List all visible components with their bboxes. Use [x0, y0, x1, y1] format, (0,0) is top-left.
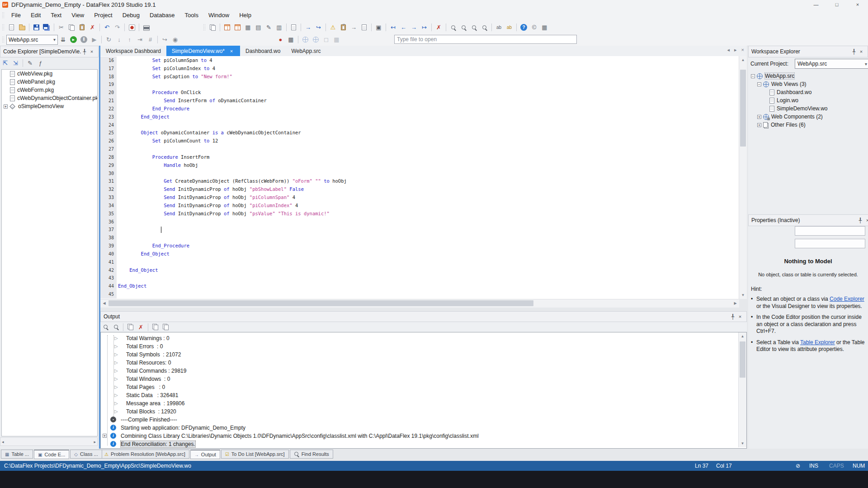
tree-item[interactable]: +Web Components (2) — [750, 113, 867, 121]
properties-object-combo[interactable] — [795, 226, 865, 236]
print-icon[interactable] — [141, 22, 151, 33]
expander-icon[interactable]: ▷ — [114, 336, 118, 341]
compiler-warnings-icon[interactable]: ⚠ — [328, 22, 338, 33]
output-find-next-icon[interactable] — [111, 322, 121, 332]
restart-icon[interactable]: ↻ — [104, 34, 114, 45]
clear-bookmarks-icon[interactable]: ✗ — [434, 22, 444, 33]
cut-icon[interactable]: ✂ — [56, 22, 66, 33]
file-properties-icon[interactable] — [359, 22, 369, 33]
scroll-down-icon[interactable]: ▼ — [739, 440, 746, 447]
output-row[interactable]: iEnd Reconciliation: 1 changes. — [101, 440, 736, 448]
debug-attach-icon[interactable]: ↪ — [160, 34, 170, 45]
editor-vscrollbar[interactable]: ▲ ▼ — [739, 56, 747, 299]
output-find-prev-icon[interactable] — [100, 322, 111, 332]
replace-in-files-icon[interactable]: ab — [504, 22, 514, 33]
close-icon[interactable]: × — [88, 49, 95, 54]
output-row[interactable]: i+Combining Class Library C:\Libraries\D… — [101, 432, 736, 440]
explorer-tab-table-[interactable]: ▦Table ... — [1, 450, 33, 459]
output-row[interactable]: ▷Total Commands : 29819 — [101, 367, 736, 375]
find-next-icon[interactable] — [469, 22, 479, 33]
help-icon[interactable]: ? — [519, 22, 529, 33]
about-icon[interactable]: © — [529, 22, 539, 33]
windows-taskbar[interactable] — [0, 471, 868, 488]
class-browser-icon[interactable]: ▤ — [253, 22, 264, 33]
dock-tab-output[interactable]: →Output — [190, 450, 220, 459]
pin-icon[interactable]: ╀ — [857, 218, 864, 223]
menu-item-debug[interactable]: Debug — [118, 9, 145, 21]
scroll-right-icon[interactable]: ▸ — [92, 440, 97, 444]
close-icon[interactable]: × — [864, 218, 868, 223]
current-project-select[interactable]: WebApp.src ▾ — [795, 59, 868, 69]
scroll-up-icon[interactable]: ▲ — [739, 56, 747, 64]
breakpoint-list-icon[interactable]: ▦ — [286, 34, 296, 45]
set-next-statement-icon[interactable]: # — [145, 34, 156, 45]
tree-item[interactable]: −Web Views (3) — [750, 80, 867, 88]
hint-link[interactable]: Table Explorer — [800, 339, 835, 346]
output-copy-append-icon[interactable] — [160, 322, 171, 332]
menu-item-text[interactable]: Text — [46, 9, 66, 21]
tab-workspace-dashboard[interactable]: Workspace Dashboard — [100, 46, 166, 56]
hint-link[interactable]: Code Explorer — [830, 296, 864, 302]
run-icon[interactable]: ▶ — [68, 34, 79, 45]
find-in-files-icon[interactable] — [479, 22, 490, 33]
visual-designer-icon[interactable] — [222, 22, 232, 33]
editor-hscrollbar[interactable]: ◀ ▶ — [100, 299, 739, 308]
output-row[interactable]: iStarting web application: DFDynamic_Dem… — [101, 424, 736, 432]
table-lookup-icon[interactable]: ▥ — [274, 22, 284, 33]
menu-item-window[interactable]: Window — [203, 9, 234, 21]
expander-icon[interactable]: ▷ — [114, 352, 118, 357]
tab-simpledemoview-wo-[interactable]: SimpleDemoView.wo*× — [166, 46, 240, 56]
output-list[interactable]: ▷Total Warnings : 0▷Total Errors : 0▷Tot… — [100, 332, 747, 449]
tab-close-icon[interactable]: × — [228, 48, 235, 54]
table-browse-icon[interactable]: ▦ — [331, 34, 342, 45]
fx-properties-icon[interactable]: ƒ — [35, 57, 46, 68]
dock-tab-to-do-list-webapp-src-[interactable]: ☑To Do List [WebApp.src] — [221, 450, 289, 459]
dock-tab-problem-resolution-webapp-src-[interactable]: ⚠Problem Resolution [WebApp.src] — [100, 450, 189, 459]
tab-close-icon[interactable]: × — [741, 47, 744, 53]
properties-class-combo[interactable] — [795, 239, 865, 248]
web-app-admin-icon[interactable] — [300, 34, 311, 45]
tree-item[interactable]: −WebApp.src — [750, 72, 867, 80]
expander-icon[interactable]: + — [757, 123, 761, 127]
tree-item[interactable]: +Other Files (6) — [750, 121, 867, 129]
menu-item-project[interactable]: Project — [89, 9, 117, 21]
scroll-right-icon[interactable]: ▶ — [731, 299, 739, 307]
output-vscrollbar[interactable]: ▲ ▼ — [738, 332, 746, 447]
scroll-up-icon[interactable]: ▲ — [739, 332, 746, 340]
tree-item[interactable]: Login.wo — [750, 96, 867, 104]
output-row[interactable]: ▷Total Resources: 0 — [101, 359, 736, 367]
component-test-icon[interactable]: ◻ — [321, 34, 331, 45]
web-settings-icon[interactable]: ✎ — [25, 57, 35, 68]
menu-item-tools[interactable]: Tools — [180, 9, 203, 21]
scroll-left-icon[interactable]: ◀ — [100, 299, 108, 307]
output-row[interactable]: ▷Total Blocks : 12920 — [101, 407, 736, 416]
pin-icon[interactable]: ╀ — [81, 49, 88, 55]
tab-scroll-left-icon[interactable]: ◂ — [727, 47, 730, 53]
scroll-thumb[interactable] — [740, 70, 746, 147]
output-row[interactable]: ▷Total Errors : 0 — [101, 342, 736, 351]
menu-item-database[interactable]: Database — [145, 9, 180, 21]
dock-tab-find-results[interactable]: Find Results — [290, 450, 333, 459]
step-out-icon[interactable]: ↑ — [124, 34, 135, 45]
tree-item[interactable]: SimpleDemoView.wo — [750, 104, 867, 113]
web-designer-icon[interactable] — [232, 22, 243, 33]
new-file-icon[interactable] — [6, 22, 17, 33]
output-copy-all-icon[interactable] — [150, 322, 160, 332]
sync-from-code-icon[interactable]: ⇲ — [10, 57, 21, 68]
pin-icon[interactable]: ╀ — [729, 314, 736, 320]
record-macro-icon[interactable] — [127, 22, 137, 33]
output-row[interactable]: ▷Total Pages : 0 — [101, 383, 736, 391]
expander-icon[interactable]: ▷ — [114, 384, 118, 389]
pin-icon[interactable]: ╀ — [850, 49, 858, 55]
output-row[interactable]: ▪----Compile Finished---- — [101, 416, 736, 424]
menu-item-view[interactable]: View — [66, 9, 89, 21]
pause-icon[interactable]: Ⅱ — [79, 34, 89, 45]
expander-icon[interactable]: ▷ — [114, 368, 118, 373]
expander-icon[interactable]: ▷ — [114, 344, 118, 349]
paste-icon[interactable] — [77, 22, 87, 33]
database-builder-icon[interactable]: ▦ — [243, 22, 253, 33]
copy-special-icon[interactable] — [208, 22, 218, 33]
output-row[interactable]: ▷Total Symbols : 21072 — [101, 351, 736, 359]
list-item[interactable]: cWebDynamicObjectContainer.pkg — [2, 94, 97, 102]
expander-icon[interactable]: ▷ — [114, 401, 118, 406]
